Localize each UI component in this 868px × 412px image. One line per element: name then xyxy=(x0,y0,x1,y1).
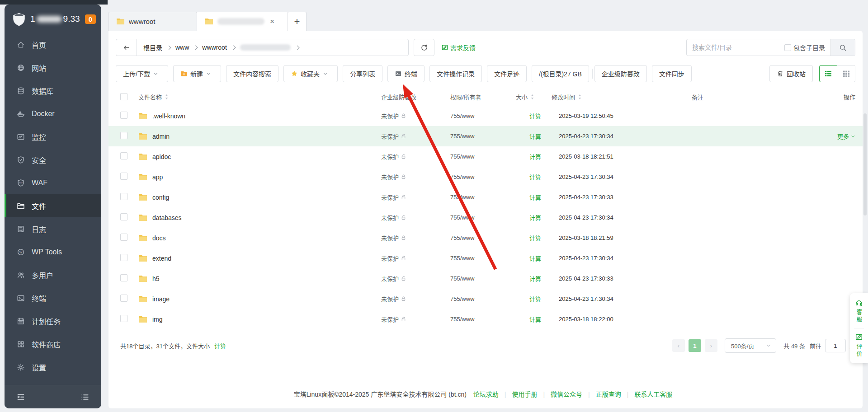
list-view-button[interactable] xyxy=(819,65,837,82)
back-button[interactable] xyxy=(116,39,137,56)
size-calc-link[interactable]: 计算 xyxy=(529,316,541,323)
terminal-button[interactable]: 终端 xyxy=(387,65,425,82)
file-name[interactable]: docs xyxy=(152,234,166,242)
goto-page-input[interactable] xyxy=(825,339,846,352)
file-name[interactable]: databases xyxy=(152,214,182,221)
size-calc-link[interactable]: 计算 xyxy=(529,276,541,282)
row-checkbox[interactable] xyxy=(120,234,127,241)
new-button[interactable]: 新建 xyxy=(173,65,221,82)
file-name[interactable]: img xyxy=(152,316,163,323)
file-name[interactable]: config xyxy=(152,194,169,201)
table-row[interactable]: admin 未保护 755/www 计算 2025-04-23 17:30:34… xyxy=(108,126,863,146)
size-calc-link[interactable]: 计算 xyxy=(529,133,541,140)
next-page-button[interactable]: › xyxy=(705,339,717,352)
close-tab-icon[interactable]: × xyxy=(270,18,274,25)
tab-wwwroot[interactable]: wwwroot xyxy=(108,12,197,31)
file-name[interactable]: extend xyxy=(152,255,171,262)
sidebar-item-wptools[interactable]: W WP Tools xyxy=(5,240,101,263)
upload-download-button[interactable]: 上传/下载 xyxy=(116,65,168,82)
file-sync-button[interactable]: 文件同步 xyxy=(652,65,692,82)
feedback-link[interactable]: 需求反馈 xyxy=(441,43,476,52)
sidebar-item-database[interactable]: 数据库 xyxy=(5,79,101,102)
row-checkbox[interactable] xyxy=(120,173,127,180)
table-row[interactable]: image 未保护 755/www 计算 2025-04-23 17:30:34 xyxy=(108,289,863,309)
footer-link-0[interactable]: 论坛求助 xyxy=(473,391,499,398)
grid-view-button[interactable] xyxy=(837,65,855,82)
file-name[interactable]: image xyxy=(152,295,170,303)
sidebar-item-settings[interactable]: 设置 xyxy=(5,356,101,379)
sort-icon[interactable] xyxy=(164,94,169,100)
file-name[interactable]: h5 xyxy=(152,275,160,282)
footer-link-3[interactable]: 正版查询 xyxy=(596,391,621,398)
footer-link-2[interactable]: 微信公众号 xyxy=(551,391,582,398)
sidebar-item-docker[interactable]: Docker xyxy=(5,102,101,125)
sidebar-item-home[interactable]: 首页 xyxy=(5,33,101,56)
more-actions-link[interactable]: 更多 xyxy=(837,132,855,140)
sidebar-item-security[interactable]: 安全 xyxy=(5,148,101,171)
table-row[interactable]: extend 未保护 755/www 计算 2025-04-23 17:30:3… xyxy=(108,248,863,268)
footer-link-4[interactable]: 联系人工客服 xyxy=(634,391,672,398)
file-name[interactable]: app xyxy=(152,173,163,181)
current-page[interactable]: 1 xyxy=(689,339,701,352)
file-name[interactable]: admin xyxy=(152,133,170,140)
sidebar-item-files[interactable]: 文件 xyxy=(5,194,101,217)
add-tab-button[interactable]: + xyxy=(288,12,307,31)
sidebar-item-terminal[interactable]: 终端 xyxy=(5,286,101,309)
refresh-button[interactable] xyxy=(414,39,434,56)
share-list-button[interactable]: 分享列表 xyxy=(343,65,382,82)
message-count-badge[interactable]: 0 xyxy=(85,14,96,24)
row-checkbox[interactable] xyxy=(120,152,127,159)
size-calc-link[interactable]: 计算 xyxy=(529,235,541,242)
breadcrumb-root[interactable]: 根目录 xyxy=(143,43,162,52)
breadcrumb-masked-segment[interactable] xyxy=(240,44,291,51)
size-calc-link[interactable]: 计算 xyxy=(529,255,541,262)
select-all-checkbox[interactable] xyxy=(120,93,127,100)
size-calc-link[interactable]: 计算 xyxy=(529,215,541,221)
table-row[interactable]: databases 未保护 755/www 计算 2025-04-23 17:3… xyxy=(108,207,863,228)
collapse-sidebar-icon[interactable] xyxy=(16,393,25,402)
row-checkbox[interactable] xyxy=(120,112,127,119)
table-row[interactable]: img 未保护 755/www 计算 2025-03-18 18:22:00 xyxy=(108,309,863,329)
sidebar-item-cron[interactable]: 计划任务 xyxy=(5,309,101,332)
include-subdir-option[interactable]: 包含子目录 xyxy=(784,43,830,52)
review-button[interactable]: 评价 xyxy=(855,333,863,358)
per-page-select[interactable]: 500条/页 xyxy=(725,338,776,353)
sidebar-item-sites[interactable]: 网站 xyxy=(5,56,101,79)
vertical-scrollbar[interactable] xyxy=(863,113,867,215)
support-button[interactable]: 客服 xyxy=(855,299,863,323)
sidebar-item-appstore[interactable]: 软件商店 xyxy=(5,332,101,356)
row-checkbox[interactable] xyxy=(120,254,127,261)
row-checkbox[interactable] xyxy=(120,295,127,302)
table-row[interactable]: app 未保护 755/www 计算 2025-04-23 17:30:34 xyxy=(108,167,863,187)
row-checkbox[interactable] xyxy=(120,315,127,322)
disk-usage-button[interactable]: /(根目录)27 GB xyxy=(532,65,589,82)
search-button[interactable] xyxy=(830,39,855,56)
sidebar-item-multiuser[interactable]: 多用户 xyxy=(5,263,101,286)
size-calc-link[interactable]: 计算 xyxy=(529,113,541,120)
size-calc-link[interactable]: 计算 xyxy=(529,296,541,303)
sort-icon[interactable] xyxy=(530,94,535,100)
tab-site-masked[interactable]: × xyxy=(197,12,288,31)
sidebar-item-waf[interactable]: WAF WAF xyxy=(5,171,101,194)
calc-total-size-link[interactable]: 计算 xyxy=(214,342,226,350)
footer-link-1[interactable]: 使用手册 xyxy=(512,391,537,398)
menu-list-icon[interactable] xyxy=(80,393,90,402)
row-checkbox[interactable] xyxy=(120,193,127,200)
content-search-button[interactable]: 文件内容搜索 xyxy=(226,65,278,82)
file-trace-button[interactable]: 文件足迹 xyxy=(487,65,527,82)
size-calc-link[interactable]: 计算 xyxy=(529,154,541,160)
table-row[interactable]: docs 未保护 755/www 计算 2025-03-18 18:21:59 xyxy=(108,228,863,248)
favorites-button[interactable]: 收藏夹 xyxy=(283,65,338,82)
file-name[interactable]: .well-known xyxy=(152,112,185,120)
breadcrumb-www[interactable]: www xyxy=(175,44,189,51)
row-checkbox[interactable] xyxy=(120,213,127,220)
size-calc-link[interactable]: 计算 xyxy=(529,194,541,201)
tamper-proof-button[interactable]: 企业级防篡改 xyxy=(594,65,647,82)
size-calc-link[interactable]: 计算 xyxy=(529,174,541,181)
row-checkbox[interactable] xyxy=(120,132,127,139)
file-ops-log-button[interactable]: 文件操作记录 xyxy=(429,65,482,82)
file-name[interactable]: apidoc xyxy=(152,153,171,160)
sidebar-item-monitor[interactable]: 监控 xyxy=(5,125,101,148)
prev-page-button[interactable]: ‹ xyxy=(672,339,685,352)
subdir-checkbox[interactable] xyxy=(784,44,791,51)
